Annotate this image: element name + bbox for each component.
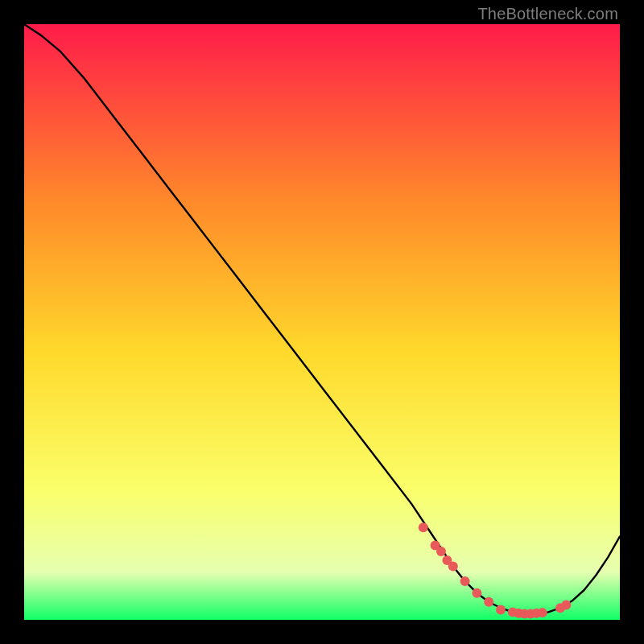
data-point — [496, 605, 506, 614]
data-point — [472, 588, 481, 598]
watermark-label: TheBottleneck.com — [477, 5, 618, 23]
data-point — [436, 547, 446, 556]
data-point — [460, 576, 470, 586]
data-point — [561, 601, 571, 610]
data-point — [419, 522, 428, 532]
data-point — [538, 608, 547, 617]
data-point — [484, 597, 493, 607]
gradient-background — [24, 24, 620, 620]
plot-svg — [24, 24, 620, 620]
data-point — [448, 561, 458, 571]
plot-area — [24, 24, 620, 620]
chart-canvas: TheBottleneck.com — [0, 0, 644, 644]
